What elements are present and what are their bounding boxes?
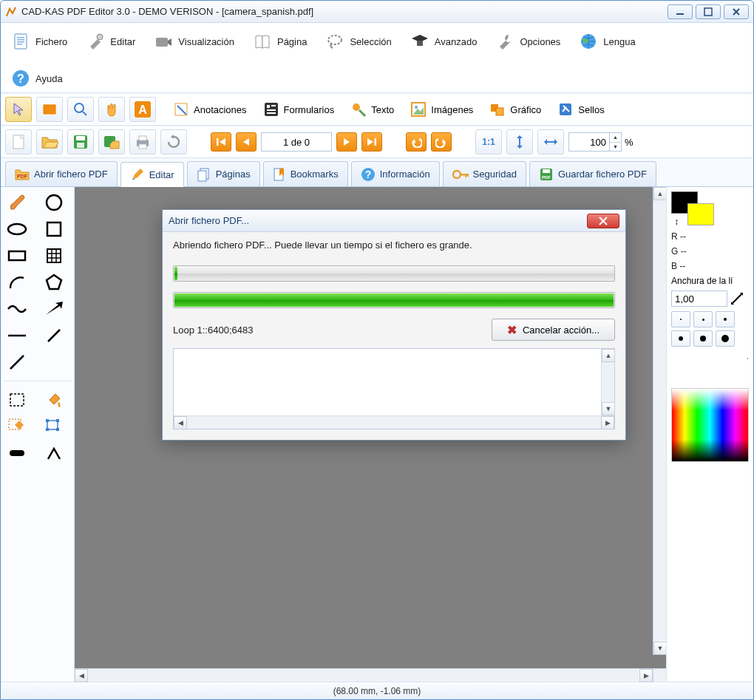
fill-tool[interactable]	[41, 389, 67, 411]
save-button[interactable]	[67, 129, 94, 154]
color-picker[interactable]	[671, 388, 749, 462]
print-button[interactable]	[129, 129, 156, 154]
menu-editar[interactable]: Editar	[80, 27, 140, 55]
rect-tool[interactable]	[4, 245, 30, 267]
menu-lengua[interactable]: Lengua	[573, 27, 640, 55]
refresh-button[interactable]	[160, 129, 187, 154]
menu-fichero[interactable]: Fichero	[5, 27, 72, 55]
select-area-tool[interactable]	[4, 389, 30, 411]
log-scroll-left[interactable]: ◀	[174, 416, 187, 429]
horizontal-scrollbar[interactable]: ◀ ▶	[75, 668, 666, 682]
last-page-button[interactable]	[361, 132, 382, 152]
new-button[interactable]	[5, 129, 32, 154]
dialog-log-area[interactable]: ▲ ▼ ◀ ▶	[173, 348, 615, 429]
svg-rect-83	[56, 419, 59, 422]
menu-label: Selección	[350, 36, 391, 47]
dialog-close-button[interactable]	[587, 214, 619, 228]
diag-line-tool[interactable]	[41, 324, 67, 347]
cancel-action-button[interactable]: ✖ Cancelar acción...	[492, 319, 615, 341]
scroll-right-button[interactable]: ▶	[639, 669, 653, 682]
selection-rect-tool[interactable]	[36, 97, 63, 122]
caret-tool[interactable]	[41, 442, 67, 464]
document-canvas[interactable]: ▲ ▼ Abrir fichero PDF... Abriendo ficher…	[75, 187, 666, 668]
prev-page-button[interactable]	[236, 132, 257, 152]
fill-select-tool[interactable]	[4, 415, 30, 438]
stamps-button[interactable]: Sellos	[554, 97, 612, 122]
fit-width-button[interactable]	[537, 129, 564, 154]
hline-tool[interactable]	[4, 324, 30, 347]
menu-pagina[interactable]: Página	[247, 27, 312, 55]
text-button[interactable]: Texto	[347, 97, 402, 122]
minimize-button[interactable]	[668, 4, 693, 19]
images-button[interactable]: Imágenes	[407, 97, 481, 122]
document-icon	[10, 31, 31, 52]
circle-tool[interactable]	[41, 191, 67, 214]
zoom-input[interactable]	[568, 132, 610, 152]
linewidth-input[interactable]	[671, 290, 727, 307]
vertical-scrollbar[interactable]: ▲ ▼	[653, 187, 666, 655]
undo-button[interactable]	[406, 132, 427, 152]
log-scroll-right[interactable]: ▶	[601, 416, 614, 429]
tab-bookmarks[interactable]: Bookmarks	[263, 161, 348, 186]
open-button[interactable]	[36, 129, 63, 154]
point-size-4[interactable]	[671, 330, 690, 347]
tab-edit[interactable]: Editar	[120, 162, 184, 187]
point-size-2[interactable]	[693, 311, 713, 327]
redo-button[interactable]	[431, 132, 452, 152]
polygon-tool[interactable]	[41, 271, 67, 293]
hand-tool[interactable]	[98, 97, 125, 122]
transform-tool[interactable]	[41, 415, 67, 438]
zoom-tool[interactable]	[67, 97, 94, 122]
point-size-6[interactable]	[716, 330, 735, 347]
menu-label: Opciones	[520, 36, 560, 47]
point-size-5[interactable]	[693, 330, 713, 347]
fit-height-button[interactable]	[506, 129, 533, 154]
log-scroll-down[interactable]: ▼	[602, 402, 615, 415]
annotations-button[interactable]: Anotaciones	[169, 97, 255, 122]
menu-opciones[interactable]: Opciones	[489, 27, 566, 55]
pointer-tool[interactable]	[5, 97, 32, 122]
grid-tool[interactable]	[41, 245, 67, 267]
main-area: ▲ ▼ Abrir fichero PDF... Abriendo ficher…	[1, 187, 753, 682]
menu-visualizacion[interactable]: Visualización	[148, 27, 240, 55]
tab-pages[interactable]: Páginas	[187, 161, 260, 186]
canvas-area: ▲ ▼ Abrir fichero PDF... Abriendo ficher…	[75, 187, 666, 682]
menu-seleccion[interactable]: Selección	[319, 27, 396, 55]
graphics-button[interactable]: Gráfico	[486, 97, 549, 122]
square-tool[interactable]	[41, 218, 67, 240]
next-page-button[interactable]	[336, 132, 357, 152]
rounded-rect-tool[interactable]	[4, 442, 30, 464]
menu-avanzado[interactable]: Avanzado	[404, 27, 483, 55]
scroll-up-button[interactable]: ▲	[653, 187, 666, 200]
background-swatch[interactable]	[687, 203, 714, 225]
tab-save-pdf[interactable]: PDF Guardar fichero PDF	[529, 161, 656, 186]
ellipse-tool[interactable]	[4, 218, 30, 240]
diag-line2-tool[interactable]	[4, 351, 30, 373]
log-scroll-up[interactable]: ▲	[602, 349, 615, 362]
linewidth-picker-icon[interactable]	[730, 292, 744, 305]
wave-tool[interactable]	[4, 298, 30, 320]
point-size-3[interactable]	[716, 311, 735, 327]
maximize-button[interactable]	[696, 4, 721, 19]
point-size-1[interactable]	[671, 311, 690, 327]
first-page-button[interactable]	[211, 132, 231, 152]
text-tool[interactable]: A	[129, 97, 156, 122]
zoom-spinner[interactable]: ▲▼	[610, 132, 622, 152]
color-swatches[interactable]: ↕	[671, 191, 716, 227]
tab-security[interactable]: Seguridad	[443, 161, 526, 186]
toolbar-file-nav: 1:1 ▲▼ %	[1, 126, 753, 158]
tab-open-pdf[interactable]: PDF Abrir fichero PDF	[5, 161, 118, 186]
arrow-tool[interactable]	[41, 298, 67, 320]
save-as-button[interactable]	[98, 129, 125, 154]
menu-ayuda[interactable]: ? Ayuda	[5, 64, 68, 92]
scroll-down-button[interactable]: ▼	[653, 642, 666, 655]
tab-info[interactable]: ? Información	[351, 161, 440, 186]
arc-tool[interactable]	[4, 271, 30, 293]
scroll-left-button[interactable]: ◀	[75, 669, 88, 682]
page-number-input[interactable]	[261, 132, 332, 152]
brush-tool[interactable]	[4, 191, 30, 214]
actual-size-button[interactable]: 1:1	[475, 129, 502, 154]
swap-colors-icon[interactable]: ↕	[674, 217, 679, 227]
close-button[interactable]	[724, 4, 749, 19]
forms-button[interactable]: Formularios	[259, 97, 343, 122]
